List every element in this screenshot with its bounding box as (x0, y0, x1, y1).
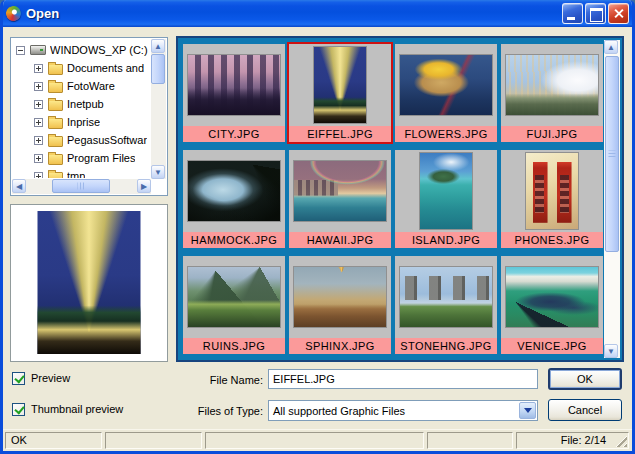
folder-icon (48, 100, 63, 111)
open-dialog: Open WINDOWS_XP (C:) Documents and FotoW… (0, 0, 635, 454)
scroll-right-icon[interactable]: ▶ (137, 179, 151, 193)
tree-item-windows-xp-c[interactable]: WINDOWS_XP (C:) (12, 41, 150, 59)
tree-item-pegasussoftwar[interactable]: PegasusSoftwar (12, 131, 150, 149)
dropdown-button[interactable] (519, 402, 536, 419)
cancel-button[interactable]: Cancel (548, 399, 622, 421)
folder-icon (48, 172, 63, 179)
preview-image-eiffel (38, 211, 141, 354)
tree-item-tmp[interactable]: tmp (12, 167, 150, 178)
scroll-down-icon[interactable]: ▼ (604, 344, 618, 358)
files-of-type-label: Files of Type: (143, 405, 263, 417)
status-panel-3 (205, 432, 424, 449)
thumbnail-city-jpg[interactable]: CITY.JPG (183, 44, 285, 142)
chevron-down-icon (524, 408, 532, 413)
thumbnail-image (314, 47, 366, 123)
close-button[interactable] (608, 3, 629, 24)
thumbnail-image (506, 267, 598, 327)
minimize-button[interactable] (562, 3, 583, 24)
thumbnail-phones-jpg[interactable]: PHONES.JPG (501, 150, 603, 248)
tree-item-inetpub[interactable]: Inetpub (12, 95, 150, 113)
scrollbar-thumb[interactable] (605, 56, 619, 252)
folder-icon (48, 118, 63, 129)
expand-icon[interactable] (34, 100, 43, 109)
folder-icon (48, 154, 63, 165)
thumbnail-label: SPHINX.JPG (289, 338, 391, 354)
thumbnail-venice-jpg[interactable]: VENICE.JPG (501, 256, 603, 354)
thumbnail-fuji-jpg[interactable]: FUJI.JPG (501, 44, 603, 142)
thumbnail-label: HAWAII.JPG (289, 232, 391, 248)
thumbnail-image (188, 161, 280, 221)
expand-icon[interactable] (34, 82, 43, 91)
thumbnail-image (420, 153, 472, 229)
status-panel-4 (427, 432, 513, 449)
scroll-up-icon[interactable]: ▲ (151, 39, 165, 53)
ok-button[interactable]: OK (548, 368, 622, 390)
thumbnail-sphinx-jpg[interactable]: SPHINX.JPG (289, 256, 391, 354)
selected-file-type: All supported Graphic Files (269, 405, 518, 417)
thumbnail-image (294, 267, 386, 327)
thumbnail-island-jpg[interactable]: ISLAND.JPG (395, 150, 497, 248)
thumbnail-stonehng-jpg[interactable]: STONEHNG.JPG (395, 256, 497, 354)
scrollbar-thumb[interactable] (151, 54, 165, 84)
tree-item-program-files[interactable]: Program Files (12, 149, 150, 167)
thumbnail-panel: CITY.JPG EIFFEL.JPG FLOWERS.JPG FUJI.JPG… (176, 36, 624, 362)
titlebar[interactable]: Open (0, 0, 635, 27)
tree-children: Documents and FotoWare Inetpub Inprise P… (12, 59, 150, 178)
thumbnail-hammock-jpg[interactable]: HAMMOCK.JPG (183, 150, 285, 248)
checkbox-check-icon[interactable] (12, 403, 25, 416)
maximize-button[interactable] (585, 3, 606, 24)
scroll-up-icon[interactable]: ▲ (604, 40, 618, 54)
expand-icon[interactable] (34, 118, 43, 127)
thumbnail-ruins-jpg[interactable]: RUINS.JPG (183, 256, 285, 354)
expand-icon[interactable] (34, 64, 43, 73)
thumbnail-image (506, 55, 598, 115)
checkbox-label: Preview (31, 372, 70, 384)
thumbnail-label: FLOWERS.JPG (395, 126, 497, 142)
folder-icon (48, 64, 63, 75)
thumbnail-label: STONEHNG.JPG (395, 338, 497, 354)
folder-tree-panel: WINDOWS_XP (C:) Documents and FotoWare I… (10, 37, 168, 196)
thumbnail-vertical-scrollbar[interactable]: ▲ ▼ (604, 40, 620, 358)
thumbnail-image (400, 267, 492, 327)
preview-checkbox[interactable]: Preview (12, 371, 70, 385)
scroll-left-icon[interactable]: ◀ (12, 179, 26, 193)
thumbnail-eiffel-jpg[interactable]: EIFFEL.JPG (289, 44, 391, 142)
titlebar-buttons (562, 3, 629, 24)
thumbnail-label: RUINS.JPG (183, 338, 285, 354)
thumbnail-label: EIFFEL.JPG (289, 126, 391, 142)
file-name-input[interactable] (268, 369, 538, 389)
thumbnail-flowers-jpg[interactable]: FLOWERS.JPG (395, 44, 497, 142)
thumbnail-image (400, 55, 492, 115)
thumbnail-grid: CITY.JPG EIFFEL.JPG FLOWERS.JPG FUJI.JPG… (180, 40, 604, 358)
folder-icon (48, 82, 63, 93)
folder-tree: WINDOWS_XP (C:) Documents and FotoWare I… (12, 39, 150, 178)
thumbnail-label: HAMMOCK.JPG (183, 232, 285, 248)
scrollbar-thumb[interactable] (52, 179, 110, 193)
tree-item-documents-and[interactable]: Documents and (12, 59, 150, 77)
checkbox-check-icon[interactable] (12, 372, 25, 385)
tree-vertical-scrollbar[interactable]: ▲ ▼ (151, 39, 166, 179)
thumbnail-label: PHONES.JPG (501, 232, 603, 248)
files-of-type-select[interactable]: All supported Graphic Files (268, 400, 538, 421)
checkbox-label: Thumbnail preview (31, 403, 123, 415)
thumbnail-label: ISLAND.JPG (395, 232, 497, 248)
status-panel-5: File: 2/14 (516, 432, 629, 449)
thumbnail-hawaii-jpg[interactable]: HAWAII.JPG (289, 150, 391, 248)
drive-icon (30, 45, 46, 55)
window-title: Open (26, 6, 59, 21)
scroll-down-icon[interactable]: ▼ (151, 165, 165, 179)
tree-item-fotoware[interactable]: FotoWare (12, 77, 150, 95)
file-name-label: File Name: (143, 374, 263, 386)
status-panel-2 (105, 432, 202, 449)
expand-icon[interactable] (34, 172, 43, 179)
tree-item-inprise[interactable]: Inprise (12, 113, 150, 131)
thumbnail-image (188, 267, 280, 327)
expand-icon[interactable] (34, 136, 43, 145)
tree-horizontal-scrollbar[interactable]: ◀ ▶ (12, 179, 151, 194)
thumbnail-label: CITY.JPG (183, 126, 285, 142)
thumbnail-preview-checkbox[interactable]: Thumbnail preview (12, 402, 123, 416)
expand-icon[interactable] (34, 154, 43, 163)
collapse-icon[interactable] (16, 46, 25, 55)
thumbnail-image (188, 55, 280, 115)
resize-grip[interactable] (614, 434, 627, 447)
